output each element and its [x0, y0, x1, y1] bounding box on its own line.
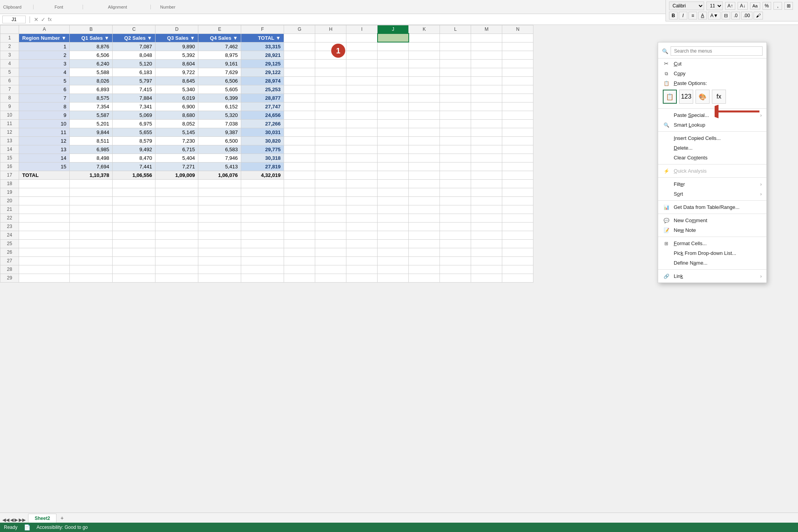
cell-q1[interactable]: 5,587 [70, 111, 113, 119]
cell-n12[interactable] [502, 128, 533, 136]
cell-h14[interactable] [315, 145, 346, 154]
cell-reference-box[interactable] [2, 16, 26, 23]
empty-cell[interactable] [346, 214, 378, 222]
cell-region[interactable]: 14 [19, 154, 70, 162]
empty-cell[interactable] [241, 239, 284, 248]
copy-menu-item[interactable]: ⧉ Copy [658, 69, 766, 78]
cell-l12[interactable] [440, 128, 471, 136]
cell-n6[interactable] [502, 76, 533, 85]
cell-q4[interactable]: 8,975 [198, 51, 241, 59]
cell-region[interactable]: 8 [19, 102, 70, 111]
empty-cell[interactable] [19, 256, 70, 265]
empty-cell[interactable] [315, 188, 346, 196]
empty-cell[interactable] [19, 205, 70, 214]
define-name-menu-item[interactable]: Define Name... [658, 258, 766, 268]
border-button[interactable]: ⊞ [784, 2, 793, 10]
cell-k11[interactable] [409, 119, 440, 128]
cell-l2[interactable] [440, 42, 471, 51]
cell-region[interactable]: 12 [19, 136, 70, 145]
cell-m16[interactable] [471, 162, 502, 171]
cell-q1[interactable]: 5,201 [70, 119, 113, 128]
cell-q4[interactable]: 7,629 [198, 68, 241, 76]
empty-cell[interactable] [113, 188, 155, 196]
cell-m10[interactable] [471, 111, 502, 119]
border2-button[interactable]: ⊟ [722, 12, 730, 19]
empty-cell[interactable] [241, 188, 284, 196]
cell-g5[interactable] [284, 68, 315, 76]
empty-cell[interactable] [346, 205, 378, 214]
cell-region[interactable]: 3 [19, 59, 70, 68]
paste-format-button[interactable]: 🎨 [696, 90, 710, 104]
cell-h8[interactable] [315, 94, 346, 102]
cell-n16[interactable] [502, 162, 533, 171]
empty-cell[interactable] [315, 248, 346, 256]
cell-region[interactable]: 13 [19, 145, 70, 154]
empty-cell[interactable] [70, 239, 113, 248]
cell-q1[interactable]: 6,240 [70, 59, 113, 68]
empty-cell[interactable] [502, 256, 533, 265]
cell-g11[interactable] [284, 119, 315, 128]
cell-k14[interactable] [409, 145, 440, 154]
cell-n4[interactable] [502, 59, 533, 68]
cut-menu-item[interactable]: ✂ Cut [658, 58, 766, 69]
empty-cell[interactable] [440, 196, 471, 205]
align-button[interactable]: ≡ [689, 12, 697, 19]
empty-cell[interactable] [346, 231, 378, 239]
cell-g13[interactable] [284, 136, 315, 145]
col-header-B[interactable]: B [70, 25, 113, 34]
cell-q1[interactable]: 8,026 [70, 76, 113, 85]
total-cell-5[interactable]: 4,32,019 [241, 171, 284, 179]
cell-q2[interactable]: 5,069 [113, 111, 155, 119]
empty-cell[interactable] [155, 214, 198, 222]
cell-total[interactable]: 30,820 [241, 136, 284, 145]
confirm-icon[interactable]: ✓ [41, 16, 46, 23]
cell-k16[interactable] [409, 162, 440, 171]
cell-q2[interactable]: 8,579 [113, 136, 155, 145]
cell-q1[interactable]: 8,498 [70, 154, 113, 162]
empty-cell[interactable] [19, 274, 70, 282]
cell-j13[interactable] [378, 136, 409, 145]
cell-g8[interactable] [284, 94, 315, 102]
empty-cell[interactable] [113, 214, 155, 222]
header-total[interactable]: TOTAL ▼ [241, 34, 284, 42]
cell-q1[interactable]: 5,588 [70, 68, 113, 76]
cell-q1[interactable]: 8,876 [70, 42, 113, 51]
empty-cell[interactable] [471, 274, 502, 282]
dec-places1-button[interactable]: .0 [731, 12, 740, 19]
empty-cell[interactable] [113, 239, 155, 248]
new-comment-menu-item[interactable]: 💬 New Comment [658, 216, 766, 225]
col-header-C[interactable]: C [113, 25, 155, 34]
empty-cell[interactable] [502, 179, 533, 188]
empty-cell[interactable] [70, 256, 113, 265]
header-q1[interactable]: Q1 Sales ▼ [70, 34, 113, 42]
cell-i1[interactable] [346, 34, 378, 42]
empty-cell[interactable] [284, 274, 315, 282]
empty-cell[interactable] [284, 205, 315, 214]
empty-cell[interactable] [346, 248, 378, 256]
cell-total[interactable]: 27,266 [241, 119, 284, 128]
cell-q2[interactable]: 5,655 [113, 128, 155, 136]
cell-q2[interactable]: 7,087 [113, 42, 155, 51]
cell-j11[interactable] [378, 119, 409, 128]
empty-cell[interactable] [471, 222, 502, 231]
cell-l6[interactable] [440, 76, 471, 85]
cell-total[interactable]: 25,253 [241, 85, 284, 94]
empty-cell[interactable] [70, 205, 113, 214]
cell-h7[interactable] [315, 85, 346, 94]
cell-i4[interactable] [346, 59, 378, 68]
cell-i13[interactable] [346, 136, 378, 145]
cell-h15[interactable] [315, 154, 346, 162]
cell-h6[interactable] [315, 76, 346, 85]
empty-cell[interactable] [409, 179, 440, 188]
empty-cell[interactable] [346, 256, 378, 265]
cell-q4[interactable]: 5,320 [198, 111, 241, 119]
cell-h9[interactable] [315, 102, 346, 111]
cell-q2[interactable]: 6,975 [113, 119, 155, 128]
empty-cell[interactable] [19, 248, 70, 256]
empty-cell[interactable] [19, 222, 70, 231]
empty-cell[interactable] [155, 196, 198, 205]
empty-cell[interactable] [19, 265, 70, 274]
cell-l15[interactable] [440, 154, 471, 162]
empty-cell[interactable] [440, 239, 471, 248]
cell-i15[interactable] [346, 154, 378, 162]
